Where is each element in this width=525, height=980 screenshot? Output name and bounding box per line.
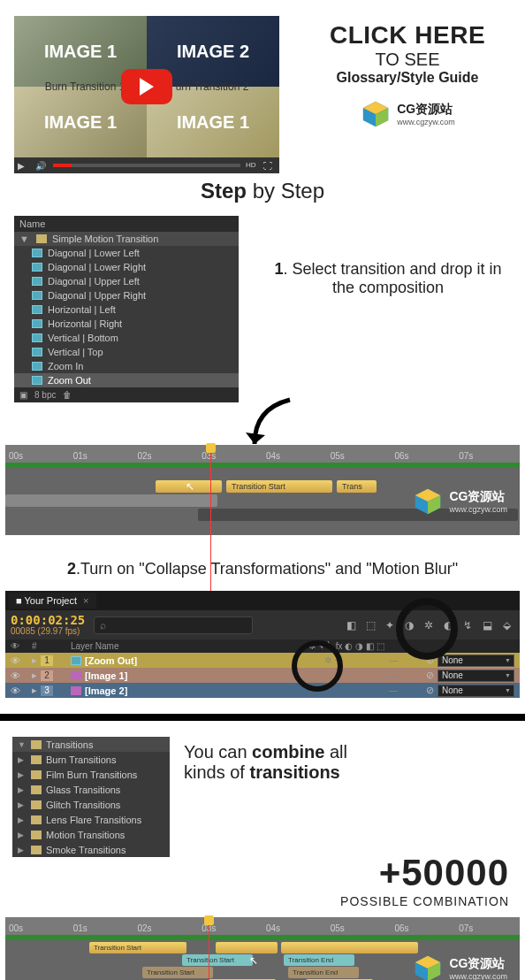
parent-link-icon[interactable]: ⊘: [426, 685, 434, 696]
comp-item[interactable]: Diagonal | Lower Left: [14, 246, 239, 260]
mode-dropdown[interactable]: None: [438, 670, 514, 682]
folder-row[interactable]: ▼Simple Motion Transition: [14, 232, 239, 246]
comp-icon: [32, 291, 42, 300]
play-icon[interactable]: ▶: [18, 161, 30, 170]
time-tick: 02s: [134, 923, 199, 933]
folder-row[interactable]: ▶Lens Flare Transitions: [12, 812, 170, 827]
layer-name-col: Layer Name: [71, 641, 267, 651]
toolbar-icon[interactable]: ⬚: [362, 617, 378, 633]
toolbar-icon[interactable]: ✦: [382, 617, 398, 633]
play-button[interactable]: [121, 69, 172, 104]
toolbar-icon[interactable]: ⬙: [498, 617, 514, 633]
folder-row[interactable]: ▶Glitch Transitions: [12, 797, 170, 812]
volume-icon[interactable]: 🔊: [35, 161, 48, 170]
big-number-sub: POSSIBLE COMBINATION: [0, 894, 525, 908]
layer-row[interactable]: 👁 ▸2 [Image 1] — ⊘None: [5, 668, 520, 683]
transitions-panel[interactable]: ▼Transitions ▶Burn Transitions ▶Film Bur…: [12, 737, 170, 857]
toolbar-icon[interactable]: ◧: [343, 617, 359, 633]
timeline[interactable]: 00s 01s 02s 03s 04s 05s 06s 07s Transiti…: [5, 445, 520, 535]
playhead[interactable]: [210, 445, 211, 602]
cta-glossary: Glossary/Style Guide: [304, 70, 511, 86]
project-panel[interactable]: Name ▼Simple Motion Transition Diagonal …: [14, 216, 239, 402]
playhead[interactable]: [209, 917, 209, 980]
close-icon[interactable]: ×: [80, 595, 88, 606]
visibility-toggle[interactable]: 👁: [11, 670, 32, 681]
time-tick: 05s: [327, 451, 392, 461]
mode-dropdown[interactable]: None: [438, 685, 514, 697]
parent-link-icon[interactable]: ⊘: [426, 655, 434, 666]
comp-icon: [32, 305, 42, 314]
ae-timeline-panel[interactable]: ■ Your Project × 0:00:02:25 00085 (29.97…: [5, 591, 520, 698]
hd-icon[interactable]: HD: [246, 161, 258, 170]
toolbar-icon[interactable]: ↯: [460, 617, 476, 633]
folder-icon: [31, 815, 42, 824]
step1-instruction: 1. Select transition and drop it in the …: [265, 216, 511, 297]
comp-icon: [32, 362, 42, 371]
fullscreen-icon[interactable]: ⛶: [263, 161, 276, 170]
comp-item[interactable]: Horizontal | Right: [14, 317, 239, 331]
comp-item[interactable]: Diagonal | Lower Right: [14, 260, 239, 274]
folder-row[interactable]: ▶Glass Transitions: [12, 782, 170, 797]
layer-bar[interactable]: Trans: [337, 480, 377, 493]
trash-icon[interactable]: 🗑: [63, 390, 72, 400]
toolbar-icon[interactable]: ⬓: [479, 617, 495, 633]
layer-bar[interactable]: [281, 942, 418, 953]
layer-bar[interactable]: Transition Start: [182, 954, 253, 966]
cursor-icon: ↖: [186, 480, 194, 493]
folder-row[interactable]: ▶Smoke Transitions: [12, 842, 170, 857]
combine-instruction: You can combine all kinds of transitions: [184, 737, 513, 857]
visibility-toggle[interactable]: 👁: [11, 655, 32, 666]
comp-item[interactable]: Diagonal | Upper Left: [14, 274, 239, 288]
comp-item-selected[interactable]: Zoom Out: [14, 373, 239, 387]
folder-icon[interactable]: ▣: [19, 390, 27, 400]
svg-marker-3: [246, 433, 265, 444]
comp-item[interactable]: Diagonal | Upper Right: [14, 288, 239, 302]
comp-item[interactable]: Horizontal | Left: [14, 302, 239, 317]
folder-icon: [31, 740, 42, 749]
visibility-toggle[interactable]: 👁: [11, 685, 32, 696]
motion-blur-icon[interactable]: ◐: [440, 617, 456, 633]
video-controls[interactable]: ▶ 🔊 HD ⛶: [14, 157, 279, 173]
fps-label: 00085 (29.97 fps): [11, 626, 85, 636]
layer-row[interactable]: 👁 ▸3 [Image 2] — ⊘None: [5, 683, 520, 698]
time-tick: 05s: [327, 923, 392, 933]
layer-bar[interactable]: Transition Start: [142, 967, 213, 978]
folder-row[interactable]: ▶Motion Transitions: [12, 827, 170, 842]
layer-row[interactable]: 👁 ▸1 [Zoom Out] ✲ ✦— ⊘None: [5, 653, 520, 668]
folder-icon: [31, 770, 42, 779]
cta-subtitle: TO SEE: [304, 50, 511, 70]
big-number: +50000: [0, 852, 525, 894]
cta-click-here[interactable]: CLICK HERE: [304, 21, 511, 50]
layer-bar[interactable]: Transition End: [284, 954, 354, 966]
layer-bar[interactable]: Transition End: [288, 967, 359, 978]
layer-bar[interactable]: Transition Start: [89, 942, 186, 953]
mode-dropdown[interactable]: None: [438, 655, 514, 667]
layer-bar[interactable]: [5, 494, 217, 507]
folder-row[interactable]: ▶Burn Transitions: [12, 752, 170, 767]
switches-col: ✲ ✦ ╲ fx ◐ ◑ ◧ ⬚: [267, 641, 426, 651]
folder-row[interactable]: ▶Film Burn Transitions: [12, 767, 170, 782]
comp-tab[interactable]: ■ Your Project ×: [9, 593, 96, 609]
step2-instruction: 2.Turn on "Collapse Transformations" and…: [0, 560, 525, 578]
layer-bar[interactable]: [216, 942, 278, 953]
time-tick: 01s: [70, 923, 134, 933]
bpc-label[interactable]: 8 bpc: [34, 390, 56, 400]
layer-bar[interactable]: Transition Start: [226, 480, 332, 493]
toolbar-icon[interactable]: ◑: [401, 617, 417, 633]
parent-link-icon[interactable]: ⊘: [426, 670, 434, 681]
cube-icon: [412, 954, 444, 980]
search-input[interactable]: ⌕: [94, 616, 253, 634]
num-col: #: [32, 641, 71, 651]
video-preview[interactable]: IMAGE 1 IMAGE 2 IMAGE 1 IMAGE 1 Burn Tra…: [14, 16, 279, 173]
time-tick: 00s: [5, 923, 70, 933]
collapse-transformations-icon[interactable]: ✲: [421, 617, 437, 633]
timecode[interactable]: 0:00:02:25: [11, 614, 85, 626]
timeline-combined[interactable]: 00s 01s 02s 03s 04s 05s 06s 07s Transiti…: [5, 917, 520, 980]
folder-row[interactable]: ▼Transitions: [12, 737, 170, 752]
comp-item[interactable]: Vertical | Top: [14, 345, 239, 359]
progress-bar[interactable]: [53, 164, 240, 167]
comp-item[interactable]: Vertical | Bottom: [14, 331, 239, 345]
comp-icon: [32, 319, 42, 328]
comp-item[interactable]: Zoom In: [14, 359, 239, 373]
image-icon: [71, 686, 81, 695]
